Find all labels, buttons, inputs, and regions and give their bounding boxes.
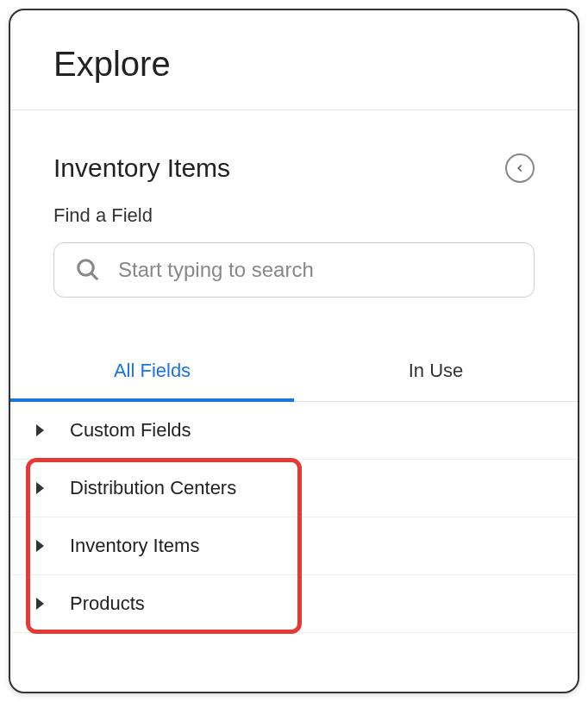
search-box[interactable] xyxy=(53,242,535,298)
field-row-custom-fields[interactable]: Custom Fields xyxy=(10,402,578,460)
expand-arrow-icon xyxy=(36,424,44,436)
page-title: Explore xyxy=(53,45,535,84)
field-row-distribution-centers[interactable]: Distribution Centers xyxy=(10,460,578,517)
section-title: Inventory Items xyxy=(53,154,230,183)
field-label: Products xyxy=(70,592,145,615)
tabs-container: All Fields In Use xyxy=(10,341,578,402)
chevron-left-icon xyxy=(514,162,526,174)
fields-list: Custom Fields Distribution Centers Inven… xyxy=(10,402,578,633)
expand-arrow-icon xyxy=(36,540,44,552)
explore-panel: Explore Inventory Items Find a Field All… xyxy=(9,9,579,693)
field-label: Distribution Centers xyxy=(70,477,236,499)
svg-line-1 xyxy=(91,273,98,280)
expand-arrow-icon xyxy=(36,482,44,494)
svg-point-0 xyxy=(78,260,94,276)
search-section: Find a Field xyxy=(10,204,578,323)
field-row-products[interactable]: Products xyxy=(10,575,578,633)
search-label: Find a Field xyxy=(53,204,535,227)
tab-all-fields[interactable]: All Fields xyxy=(10,341,294,401)
tab-in-use[interactable]: In Use xyxy=(294,341,578,401)
collapse-button[interactable] xyxy=(505,154,535,183)
search-icon xyxy=(75,257,101,283)
expand-arrow-icon xyxy=(36,598,44,610)
field-label: Custom Fields xyxy=(70,419,191,442)
field-row-inventory-items[interactable]: Inventory Items xyxy=(10,517,578,575)
section-header: Inventory Items xyxy=(10,110,578,204)
panel-header: Explore xyxy=(10,10,578,110)
search-input[interactable] xyxy=(118,258,513,282)
field-label: Inventory Items xyxy=(70,535,199,557)
